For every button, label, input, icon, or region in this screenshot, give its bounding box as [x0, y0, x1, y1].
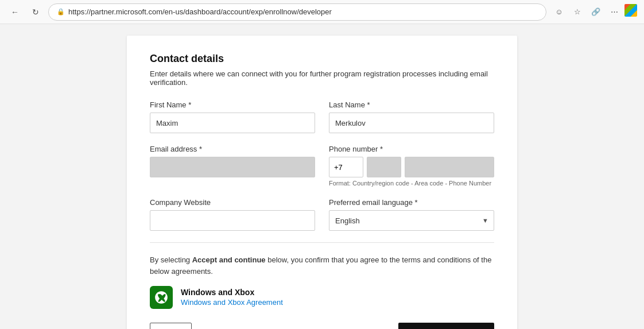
page-title: Contact details — [150, 53, 494, 65]
back-nav-button[interactable]: ← — [7, 4, 23, 20]
agreement-info: Windows and Xbox Windows and Xbox Agreem… — [181, 288, 283, 307]
last-name-group: Last Name * — [329, 100, 494, 133]
company-language-row: Company Website Preferred email language… — [150, 198, 494, 231]
divider — [150, 242, 494, 243]
extensions-button[interactable]: 🔗 — [588, 4, 604, 20]
lock-icon: 🔒 — [57, 8, 65, 16]
email-phone-row: Email address * Phone number * Format: C… — [150, 145, 494, 187]
company-website-group: Company Website — [150, 198, 315, 231]
agreement-link[interactable]: Windows and Xbox Agreement — [181, 298, 283, 307]
email-group: Email address * — [150, 145, 315, 187]
phone-country-input[interactable] — [329, 157, 363, 177]
company-website-label: Company Website — [150, 198, 315, 207]
profile-button[interactable]: ☺ — [551, 4, 567, 20]
email-input-masked[interactable] — [150, 157, 315, 177]
terms-text: By selecting Accept and continue below, … — [150, 254, 494, 277]
url-text: https://partner.microsoft.com/en-us/dash… — [68, 7, 332, 16]
language-select-wrapper: English French German Spanish Japanese C… — [329, 210, 494, 231]
last-name-label: Last Name * — [329, 100, 494, 109]
xbox-icon — [150, 286, 173, 309]
ms-edge-logo — [624, 4, 637, 17]
terms-bold: Accept and continue — [192, 256, 266, 264]
first-name-input[interactable] — [150, 113, 315, 133]
agreement-title: Windows and Xbox — [181, 288, 283, 297]
page-content: Contact details Enter details where we c… — [0, 24, 644, 329]
preferred-language-label: Preferred email language * — [329, 198, 494, 207]
browser-actions: ☺ ☆ 🔗 ⋯ — [551, 4, 637, 20]
first-name-label: First Name * — [150, 100, 315, 109]
language-select[interactable]: English French German Spanish Japanese C… — [329, 210, 494, 231]
xbox-logo-svg — [154, 290, 169, 305]
form-card: Contact details Enter details where we c… — [127, 36, 517, 329]
button-row: Back Accept and continue — [150, 323, 494, 329]
last-name-input[interactable] — [329, 113, 494, 133]
phone-fields — [329, 157, 494, 177]
name-row: First Name * Last Name * — [150, 100, 494, 133]
first-name-group: First Name * — [150, 100, 315, 133]
accept-continue-button[interactable]: Accept and continue — [398, 323, 494, 329]
back-button[interactable]: Back — [150, 323, 192, 329]
phone-area-input[interactable] — [367, 157, 401, 177]
page-description: Enter details where we can connect with … — [150, 69, 494, 87]
phone-label: Phone number * — [329, 145, 494, 153]
phone-number-input[interactable] — [405, 157, 494, 177]
settings-button[interactable]: ⋯ — [606, 4, 622, 20]
company-website-input[interactable] — [150, 210, 315, 231]
terms-prefix: By selecting — [150, 256, 192, 264]
email-label: Email address * — [150, 145, 315, 153]
reload-button[interactable]: ↻ — [28, 4, 44, 20]
agreement-row: Windows and Xbox Windows and Xbox Agreem… — [150, 286, 494, 309]
phone-group: Phone number * Format: Country/region co… — [329, 145, 494, 187]
favorites-button[interactable]: ☆ — [569, 4, 585, 20]
preferred-language-group: Preferred email language * English Frenc… — [329, 198, 494, 231]
address-bar[interactable]: 🔒 https://partner.microsoft.com/en-us/da… — [48, 3, 546, 21]
phone-format-hint: Format: Country/region code - Area code … — [329, 180, 494, 187]
browser-chrome: ← ↻ 🔒 https://partner.microsoft.com/en-u… — [0, 0, 644, 24]
